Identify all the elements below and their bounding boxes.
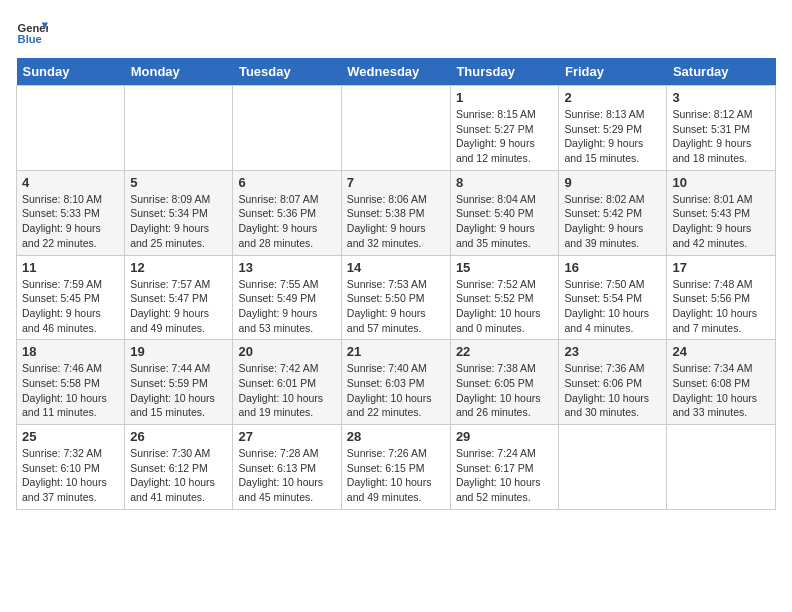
day-number: 4	[22, 175, 119, 190]
day-info: Sunrise: 7:36 AM Sunset: 6:06 PM Dayligh…	[564, 361, 661, 420]
calendar-cell: 15Sunrise: 7:52 AM Sunset: 5:52 PM Dayli…	[450, 255, 559, 340]
day-info: Sunrise: 8:02 AM Sunset: 5:42 PM Dayligh…	[564, 192, 661, 251]
day-number: 3	[672, 90, 770, 105]
calendar-table: SundayMondayTuesdayWednesdayThursdayFrid…	[16, 58, 776, 510]
day-info: Sunrise: 7:46 AM Sunset: 5:58 PM Dayligh…	[22, 361, 119, 420]
calendar-cell: 24Sunrise: 7:34 AM Sunset: 6:08 PM Dayli…	[667, 340, 776, 425]
day-number: 13	[238, 260, 335, 275]
day-number: 16	[564, 260, 661, 275]
calendar-cell: 25Sunrise: 7:32 AM Sunset: 6:10 PM Dayli…	[17, 425, 125, 510]
day-number: 12	[130, 260, 227, 275]
day-number: 9	[564, 175, 661, 190]
day-info: Sunrise: 7:59 AM Sunset: 5:45 PM Dayligh…	[22, 277, 119, 336]
day-number: 14	[347, 260, 445, 275]
week-row-4: 18Sunrise: 7:46 AM Sunset: 5:58 PM Dayli…	[17, 340, 776, 425]
day-number: 26	[130, 429, 227, 444]
day-number: 19	[130, 344, 227, 359]
day-info: Sunrise: 8:10 AM Sunset: 5:33 PM Dayligh…	[22, 192, 119, 251]
day-header-thursday: Thursday	[450, 58, 559, 86]
day-info: Sunrise: 7:52 AM Sunset: 5:52 PM Dayligh…	[456, 277, 554, 336]
day-header-saturday: Saturday	[667, 58, 776, 86]
day-number: 11	[22, 260, 119, 275]
calendar-cell: 22Sunrise: 7:38 AM Sunset: 6:05 PM Dayli…	[450, 340, 559, 425]
day-info: Sunrise: 8:06 AM Sunset: 5:38 PM Dayligh…	[347, 192, 445, 251]
day-number: 7	[347, 175, 445, 190]
calendar-cell: 6Sunrise: 8:07 AM Sunset: 5:36 PM Daylig…	[233, 170, 341, 255]
calendar-cell: 26Sunrise: 7:30 AM Sunset: 6:12 PM Dayli…	[125, 425, 233, 510]
svg-text:Blue: Blue	[18, 33, 42, 45]
day-info: Sunrise: 7:28 AM Sunset: 6:13 PM Dayligh…	[238, 446, 335, 505]
week-row-5: 25Sunrise: 7:32 AM Sunset: 6:10 PM Dayli…	[17, 425, 776, 510]
day-header-friday: Friday	[559, 58, 667, 86]
calendar-cell	[17, 86, 125, 171]
day-number: 24	[672, 344, 770, 359]
day-info: Sunrise: 8:07 AM Sunset: 5:36 PM Dayligh…	[238, 192, 335, 251]
calendar-cell: 4Sunrise: 8:10 AM Sunset: 5:33 PM Daylig…	[17, 170, 125, 255]
day-number: 17	[672, 260, 770, 275]
header: General Blue	[16, 16, 776, 48]
day-number: 8	[456, 175, 554, 190]
calendar-cell: 12Sunrise: 7:57 AM Sunset: 5:47 PM Dayli…	[125, 255, 233, 340]
calendar-cell: 5Sunrise: 8:09 AM Sunset: 5:34 PM Daylig…	[125, 170, 233, 255]
day-info: Sunrise: 7:48 AM Sunset: 5:56 PM Dayligh…	[672, 277, 770, 336]
day-number: 21	[347, 344, 445, 359]
calendar-cell: 10Sunrise: 8:01 AM Sunset: 5:43 PM Dayli…	[667, 170, 776, 255]
day-info: Sunrise: 8:01 AM Sunset: 5:43 PM Dayligh…	[672, 192, 770, 251]
day-number: 1	[456, 90, 554, 105]
day-number: 18	[22, 344, 119, 359]
calendar-cell: 1Sunrise: 8:15 AM Sunset: 5:27 PM Daylig…	[450, 86, 559, 171]
day-number: 22	[456, 344, 554, 359]
calendar-cell	[667, 425, 776, 510]
day-info: Sunrise: 7:50 AM Sunset: 5:54 PM Dayligh…	[564, 277, 661, 336]
calendar-cell: 7Sunrise: 8:06 AM Sunset: 5:38 PM Daylig…	[341, 170, 450, 255]
calendar-cell: 11Sunrise: 7:59 AM Sunset: 5:45 PM Dayli…	[17, 255, 125, 340]
day-number: 15	[456, 260, 554, 275]
day-number: 25	[22, 429, 119, 444]
day-info: Sunrise: 8:09 AM Sunset: 5:34 PM Dayligh…	[130, 192, 227, 251]
calendar-cell	[125, 86, 233, 171]
day-header-sunday: Sunday	[17, 58, 125, 86]
day-number: 28	[347, 429, 445, 444]
day-number: 6	[238, 175, 335, 190]
day-header-tuesday: Tuesday	[233, 58, 341, 86]
day-info: Sunrise: 7:38 AM Sunset: 6:05 PM Dayligh…	[456, 361, 554, 420]
calendar-cell: 20Sunrise: 7:42 AM Sunset: 6:01 PM Dayli…	[233, 340, 341, 425]
day-number: 2	[564, 90, 661, 105]
day-info: Sunrise: 7:53 AM Sunset: 5:50 PM Dayligh…	[347, 277, 445, 336]
day-number: 23	[564, 344, 661, 359]
week-row-1: 1Sunrise: 8:15 AM Sunset: 5:27 PM Daylig…	[17, 86, 776, 171]
logo: General Blue	[16, 16, 52, 48]
day-header-monday: Monday	[125, 58, 233, 86]
day-info: Sunrise: 7:55 AM Sunset: 5:49 PM Dayligh…	[238, 277, 335, 336]
calendar-cell: 8Sunrise: 8:04 AM Sunset: 5:40 PM Daylig…	[450, 170, 559, 255]
day-info: Sunrise: 7:24 AM Sunset: 6:17 PM Dayligh…	[456, 446, 554, 505]
day-number: 10	[672, 175, 770, 190]
calendar-cell: 14Sunrise: 7:53 AM Sunset: 5:50 PM Dayli…	[341, 255, 450, 340]
day-info: Sunrise: 7:42 AM Sunset: 6:01 PM Dayligh…	[238, 361, 335, 420]
calendar-cell: 2Sunrise: 8:13 AM Sunset: 5:29 PM Daylig…	[559, 86, 667, 171]
day-number: 5	[130, 175, 227, 190]
day-info: Sunrise: 8:04 AM Sunset: 5:40 PM Dayligh…	[456, 192, 554, 251]
calendar-cell: 13Sunrise: 7:55 AM Sunset: 5:49 PM Dayli…	[233, 255, 341, 340]
calendar-cell	[341, 86, 450, 171]
calendar-cell: 21Sunrise: 7:40 AM Sunset: 6:03 PM Dayli…	[341, 340, 450, 425]
day-info: Sunrise: 8:12 AM Sunset: 5:31 PM Dayligh…	[672, 107, 770, 166]
day-info: Sunrise: 7:26 AM Sunset: 6:15 PM Dayligh…	[347, 446, 445, 505]
day-info: Sunrise: 7:40 AM Sunset: 6:03 PM Dayligh…	[347, 361, 445, 420]
day-info: Sunrise: 7:32 AM Sunset: 6:10 PM Dayligh…	[22, 446, 119, 505]
day-info: Sunrise: 7:57 AM Sunset: 5:47 PM Dayligh…	[130, 277, 227, 336]
calendar-cell: 29Sunrise: 7:24 AM Sunset: 6:17 PM Dayli…	[450, 425, 559, 510]
calendar-cell: 3Sunrise: 8:12 AM Sunset: 5:31 PM Daylig…	[667, 86, 776, 171]
day-number: 27	[238, 429, 335, 444]
calendar-cell: 9Sunrise: 8:02 AM Sunset: 5:42 PM Daylig…	[559, 170, 667, 255]
day-info: Sunrise: 8:15 AM Sunset: 5:27 PM Dayligh…	[456, 107, 554, 166]
calendar-cell: 19Sunrise: 7:44 AM Sunset: 5:59 PM Dayli…	[125, 340, 233, 425]
calendar-cell: 17Sunrise: 7:48 AM Sunset: 5:56 PM Dayli…	[667, 255, 776, 340]
calendar-cell	[233, 86, 341, 171]
calendar-cell: 16Sunrise: 7:50 AM Sunset: 5:54 PM Dayli…	[559, 255, 667, 340]
calendar-cell: 23Sunrise: 7:36 AM Sunset: 6:06 PM Dayli…	[559, 340, 667, 425]
logo-icon: General Blue	[16, 16, 48, 48]
calendar-cell: 18Sunrise: 7:46 AM Sunset: 5:58 PM Dayli…	[17, 340, 125, 425]
week-row-3: 11Sunrise: 7:59 AM Sunset: 5:45 PM Dayli…	[17, 255, 776, 340]
day-number: 20	[238, 344, 335, 359]
